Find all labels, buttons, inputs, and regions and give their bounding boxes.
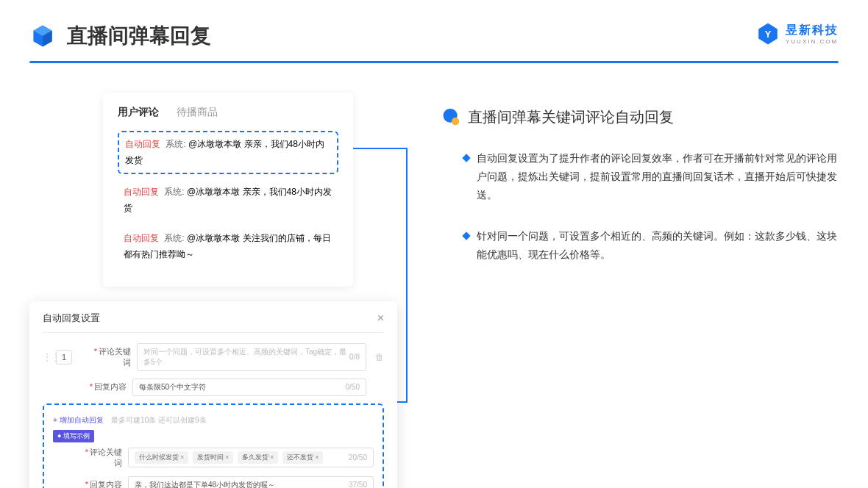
auto-reply-badge: 自动回复: [124, 187, 159, 197]
connector-line: [406, 148, 408, 401]
example-content-row: *回复内容 亲，我们这边都是下单48小时内发货的喔～ 37/50: [53, 476, 374, 488]
content-row: *回复内容 每条限50个中文字符 0/50: [43, 378, 384, 396]
keyword-input[interactable]: 对同一个问题，可设置多个相近、高频的关键词，Tag确定，最多5个 0/8: [137, 343, 366, 371]
brand-sub: YUUXIN.COM: [786, 38, 839, 45]
comment-row: 自动回复 系统: @冰墩墩本墩 关注我们的店铺，每日都有热门推荐呦～: [118, 226, 338, 267]
tab-pending-goods[interactable]: 待播商品: [177, 106, 218, 119]
tag-pill[interactable]: 还不发货×: [282, 451, 323, 464]
brand-icon: Y: [756, 22, 780, 46]
diamond-icon: [462, 154, 470, 162]
system-label: 系统:: [164, 187, 184, 197]
example-keyword-row: *评论关键词 什么时候发货× 发货时间× 多久发货× 还不发货× 20/50: [53, 447, 374, 469]
char-counter: 0/50: [346, 383, 360, 391]
keyword-label: *评论关键词: [88, 346, 131, 368]
bubble-icon: [441, 107, 460, 126]
char-counter: 37/50: [349, 481, 367, 488]
system-label: 系统:: [166, 139, 185, 149]
index-box: 1: [56, 350, 72, 365]
connector-line: [353, 148, 408, 149]
keyword-row: ⋮⋮ 1 *评论关键词 对同一个问题，可设置多个相近、高频的关键词，Tag确定，…: [43, 343, 384, 371]
comment-card: 用户评论 待播商品 自动回复 系统: @冰墩墩本墩 亲亲，我们48小时内发货 自…: [103, 93, 353, 287]
delete-icon[interactable]: 🗑: [375, 352, 384, 362]
bullet-text: 自动回复设置为了提升作者的评论回复效率，作者可在开播前针对常见的评论用户问题，提…: [477, 149, 839, 205]
tag-pill[interactable]: 多久发货×: [238, 451, 278, 464]
header-divider: [29, 61, 839, 63]
tab-user-comments[interactable]: 用户评论: [118, 106, 159, 119]
char-counter: 0/8: [349, 353, 360, 361]
tag-pill[interactable]: 什么时候发货×: [135, 451, 188, 464]
example-badge: ● 填写示例: [53, 430, 94, 442]
drag-handle-icon[interactable]: ⋮⋮: [43, 352, 50, 362]
comment-row: 自动回复 系统: @冰墩墩本墩 亲亲，我们48小时内发货: [118, 180, 338, 220]
keyword-label: *评论关键词: [79, 447, 122, 469]
close-icon[interactable]: ×: [377, 312, 384, 325]
settings-modal: 自动回复设置 × ⋮⋮ 1 *评论关键词 对同一个问题，可设置多个相近、高频的关…: [29, 301, 397, 488]
bullet-item: 自动回复设置为了提升作者的评论回复效率，作者可在开播前针对常见的评论用户问题，提…: [441, 149, 839, 205]
brand-logo: Y 昱新科技 YUUXIN.COM: [756, 22, 839, 46]
content-label: *回复内容: [84, 381, 127, 392]
example-block: + 增加自动回复 最多可建10条 还可以创建9条 ● 填写示例 *评论关键词 什…: [43, 403, 384, 488]
page-title: 直播间弹幕回复: [67, 22, 211, 50]
page-header: 直播间弹幕回复: [0, 0, 868, 61]
add-reply-link[interactable]: + 增加自动回复: [53, 416, 104, 424]
add-hint: 最多可建10条 还可以创建9条: [111, 416, 206, 424]
bullet-text: 针对同一个问题，可设置多个相近的、高频的关键词。例如：这款多少钱、这块能优惠吗、…: [477, 227, 839, 264]
section-title: 直播间弹幕关键词评论自动回复: [441, 107, 839, 127]
settings-title: 自动回复设置: [43, 312, 100, 325]
content-input[interactable]: 每条限50个中文字符 0/50: [132, 378, 366, 396]
settings-header: 自动回复设置 ×: [43, 312, 384, 333]
comment-row: 自动回复 系统: @冰墩墩本墩 亲亲，我们48小时内发货: [118, 131, 338, 174]
comment-tabs: 用户评论 待播商品: [118, 106, 338, 119]
auto-reply-badge: 自动回复: [124, 233, 159, 243]
svg-point-2: [452, 118, 459, 125]
screenshot-column: 用户评论 待播商品 自动回复 系统: @冰墩墩本墩 亲亲，我们48小时内发货 自…: [29, 93, 397, 488]
system-label: 系统:: [164, 233, 184, 243]
brand-name: 昱新科技: [786, 23, 839, 38]
tag-pill[interactable]: 发货时间×: [193, 451, 233, 464]
content-label: *回复内容: [79, 479, 122, 488]
section-heading: 直播间弹幕关键词评论自动回复: [468, 107, 674, 127]
char-counter: 20/50: [349, 453, 367, 462]
example-content-input[interactable]: 亲，我们这边都是下单48小时内发货的喔～ 37/50: [128, 476, 374, 488]
example-keyword-input[interactable]: 什么时候发货× 发货时间× 多久发货× 还不发货× 20/50: [128, 448, 374, 467]
svg-text:Y: Y: [765, 29, 772, 40]
description-column: 直播间弹幕关键词评论自动回复 自动回复设置为了提升作者的评论回复效率，作者可在开…: [441, 93, 839, 488]
diamond-icon: [462, 232, 470, 240]
cube-icon: [29, 23, 56, 49]
bullet-item: 针对同一个问题，可设置多个相近的、高频的关键词。例如：这款多少钱、这块能优惠吗、…: [441, 227, 839, 264]
auto-reply-badge: 自动回复: [125, 139, 160, 149]
